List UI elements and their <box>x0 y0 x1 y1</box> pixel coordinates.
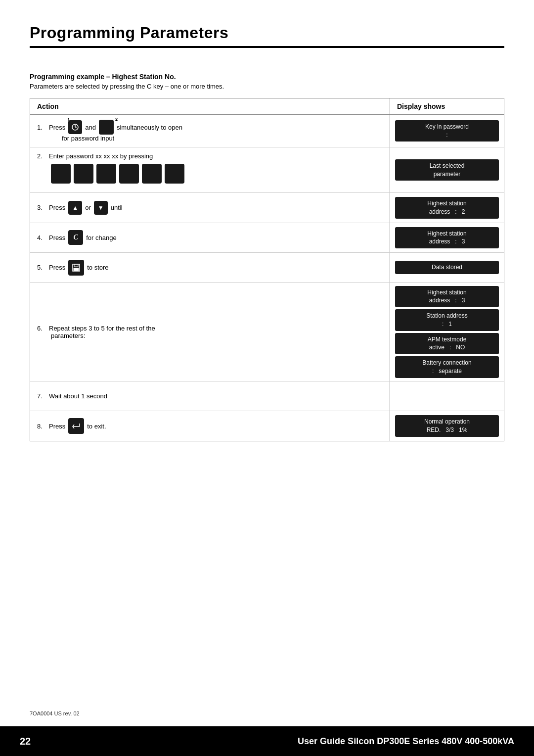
password-keys <box>51 164 383 184</box>
page-title: Programming Parameters <box>30 24 504 42</box>
arrow-down-btn[interactable]: ▼ <box>94 201 108 215</box>
step-7: 7. <box>37 392 46 400</box>
step-8: 8. <box>37 423 46 430</box>
display-cell-5: Data stored <box>390 253 504 282</box>
table-row: 6. Repeat steps 3 to 5 for the rest of t… <box>30 283 504 381</box>
dark-key-btn[interactable]: 2 <box>99 120 114 135</box>
content-area: Programming example – Highest Station No… <box>0 73 534 441</box>
action-line-2: 2. Enter password xx xx xx by pressing <box>37 152 383 160</box>
main-table: Action Display shows 1. Press 1 <box>30 98 504 441</box>
action-cell-7: 7. Wait about 1 second <box>30 381 390 411</box>
action-line-3: 3. Press ▲ or ▼ until <box>37 201 383 215</box>
store-icon <box>72 263 81 272</box>
doc-ref-text: 7OA0004 US rev. 02 <box>30 710 80 716</box>
action-cell-5: 5. Press to store <box>30 253 390 282</box>
display-box-6a: Highest stationaddress : 3 <box>395 286 499 308</box>
display-box-3: Highest stationaddress : 2 <box>395 197 499 219</box>
parameters-label: parameters: <box>37 332 383 339</box>
step-3: 3. <box>37 204 46 211</box>
and-label: and <box>85 124 96 131</box>
c-key-btn[interactable]: C <box>68 230 83 245</box>
display-box-2: Last selectedparameter <box>395 159 499 181</box>
footer-guide-title: User Guide Silcon DP300E Series 480V 400… <box>49 736 514 747</box>
display-cell-6: Highest stationaddress : 3 Station addre… <box>390 283 504 381</box>
display-box-6b: Station address: 1 <box>395 309 499 331</box>
step-1: 1. <box>37 124 46 131</box>
superscript-2: 2 <box>115 117 118 122</box>
display-box-5: Data stored <box>395 261 499 274</box>
table-row: 2. Enter password xx xx xx by pressing L… <box>30 147 504 193</box>
table-row: 4. Press C for change Highest stationadd… <box>30 223 504 253</box>
pw-key-6[interactable] <box>165 164 184 184</box>
action-line-6: 6. Repeat steps 3 to 5 for the rest of t… <box>37 325 383 332</box>
step-2: 2. <box>37 152 46 160</box>
pw-key-1[interactable] <box>51 164 71 184</box>
display-box-6d: Battery connection: separate <box>395 356 499 378</box>
action-line-5: 5. Press to store <box>37 260 383 276</box>
display-cell-3: Highest stationaddress : 2 <box>390 193 504 223</box>
section-heading: Programming example – Highest Station No… <box>30 73 504 81</box>
doc-reference: 7OA0004 US rev. 02 <box>30 710 80 716</box>
action-cell-1: 1. Press 1 and <box>30 115 390 147</box>
step-6: 6. <box>37 325 46 332</box>
table-row: 8. Press to exit. Normal opera <box>30 411 504 441</box>
clock-key-btn[interactable]: 1 <box>68 120 82 134</box>
press-label-4: Press <box>49 234 65 241</box>
pw-key-5[interactable] <box>142 164 162 184</box>
action-line-7: 7. Wait about 1 second <box>37 392 383 400</box>
pw-key-2[interactable] <box>74 164 93 184</box>
page-header: Programming Parameters <box>0 0 534 73</box>
col-action-header: Action <box>30 98 390 114</box>
wait-label: Wait about 1 second <box>49 392 107 400</box>
pw-key-4[interactable] <box>119 164 139 184</box>
to-store-label: to store <box>87 264 108 271</box>
svg-rect-5 <box>74 268 79 271</box>
superscript-1: 1 <box>67 117 70 122</box>
display-box-4: Highest stationaddress : 3 <box>395 227 499 249</box>
table-body: 1. Press 1 and <box>30 115 504 441</box>
action-cell-2: 2. Enter password xx xx xx by pressing <box>30 147 390 192</box>
display-box-1: Key in password: <box>395 120 499 142</box>
to-exit-label: to exit. <box>87 423 106 430</box>
simultaneously-label: simultaneously to open <box>117 124 182 131</box>
table-row: 7. Wait about 1 second <box>30 381 504 411</box>
for-change-label: for change <box>86 234 116 241</box>
press-label-3: Press <box>49 204 65 211</box>
display-cell-1: Key in password: <box>390 115 504 147</box>
display-cell-2: Last selectedparameter <box>390 147 504 192</box>
or-label: or <box>85 204 91 211</box>
until-label: until <box>111 204 123 211</box>
footer-page-number: 22 <box>20 736 49 747</box>
section-subheading: Parameters are selected by pressing the … <box>30 83 504 90</box>
store-key-btn[interactable] <box>68 260 84 276</box>
pw-key-3[interactable] <box>96 164 116 184</box>
step-5: 5. <box>37 264 46 271</box>
action-cell-3: 3. Press ▲ or ▼ until <box>30 193 390 223</box>
press-label-8: Press <box>49 423 65 430</box>
display-cell-7 <box>390 381 504 411</box>
action-line-4: 4. Press C for change <box>37 230 383 245</box>
repeat-label: Repeat steps 3 to 5 for the rest of the <box>49 325 155 332</box>
display-cell-8: Normal operationRED. 3/3 1% <box>390 411 504 441</box>
clock-icon <box>71 123 79 131</box>
action-sub-1: for password input <box>37 135 383 142</box>
enter-pw-label: Enter password xx xx xx by pressing <box>49 152 153 160</box>
title-underline <box>30 46 504 48</box>
col-display-header: Display shows <box>390 98 504 114</box>
action-cell-4: 4. Press C for change <box>30 223 390 253</box>
enter-icon <box>72 423 81 429</box>
action-cell-8: 8. Press to exit. <box>30 411 390 441</box>
action-cell-6: 6. Repeat steps 3 to 5 for the rest of t… <box>30 283 390 381</box>
arrow-up-btn[interactable]: ▲ <box>68 201 82 215</box>
table-row: 1. Press 1 and <box>30 115 504 147</box>
enter-key-btn[interactable] <box>68 418 84 434</box>
page-footer: 22 User Guide Silcon DP300E Series 480V … <box>0 726 534 756</box>
table-row: 5. Press to store <box>30 253 504 283</box>
table-row: 3. Press ▲ or ▼ until Highest stationadd… <box>30 193 504 223</box>
display-box-8: Normal operationRED. 3/3 1% <box>395 415 499 437</box>
table-header: Action Display shows <box>30 98 504 115</box>
press-label-5: Press <box>49 264 65 271</box>
display-cell-4: Highest stationaddress : 3 <box>390 223 504 253</box>
svg-rect-6 <box>75 265 76 266</box>
action-line-1: 1. Press 1 and <box>37 120 383 135</box>
